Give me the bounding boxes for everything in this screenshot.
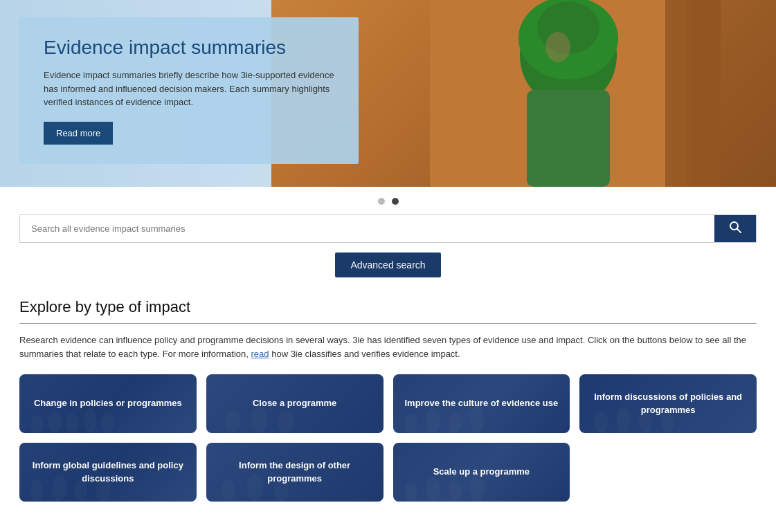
carousel-dot-1[interactable] [378, 198, 385, 205]
search-bar [19, 214, 757, 243]
impact-card-empty [579, 443, 757, 502]
impact-grid-row1: Change in policies or programmes Close a… [19, 374, 757, 433]
impact-card-scale[interactable]: Scale up a programme [393, 443, 570, 502]
advanced-search-wrapper: Advanced search [19, 253, 757, 277]
svg-rect-9 [527, 90, 610, 187]
carousel-dots [0, 187, 776, 214]
svg-point-10 [545, 32, 570, 62]
explore-section: Explore by type of impact Research evide… [0, 298, 776, 515]
read-more-button[interactable]: Read more [44, 122, 113, 145]
svg-line-12 [737, 229, 741, 233]
card-label-close: Close a programme [246, 392, 343, 415]
svg-rect-4 [665, 0, 721, 187]
impact-card-inform-global[interactable]: Inform global guidelines and policy disc… [19, 443, 197, 502]
advanced-search-button[interactable]: Advanced search [335, 253, 440, 277]
impact-card-change[interactable]: Change in policies or programmes [19, 374, 197, 433]
impact-card-inform-discussions[interactable]: Inform discussions of policies and progr… [579, 374, 757, 433]
search-button[interactable] [714, 215, 756, 242]
impact-grid-row2: Inform global guidelines and policy disc… [19, 443, 757, 502]
search-icon [728, 220, 742, 237]
impact-card-inform-design[interactable]: Inform the design of other programmes [206, 443, 384, 502]
card-label-scale: Scale up a programme [426, 460, 536, 484]
impact-card-close[interactable]: Close a programme [206, 374, 384, 433]
read-link[interactable]: read [251, 349, 269, 359]
card-label-inform-design: Inform the design of other programmes [206, 454, 384, 490]
card-label-improve: Improve the culture of evidence use [397, 392, 565, 415]
card-label-change: Change in policies or programmes [27, 392, 189, 415]
explore-title: Explore by type of impact [19, 298, 757, 316]
search-section: Advanced search [0, 214, 776, 298]
search-input[interactable] [20, 215, 714, 242]
card-label-inform-global: Inform global guidelines and policy disc… [19, 454, 197, 490]
hero-section: Evidence impact summaries Evidence impac… [0, 0, 776, 187]
card-label-inform-discussions: Inform discussions of policies and progr… [579, 385, 757, 421]
hero-illustration [430, 0, 721, 187]
explore-divider [19, 323, 757, 324]
hero-image [430, 0, 721, 187]
hero-description: Evidence impact summaries briefly descri… [44, 68, 338, 109]
impact-card-improve[interactable]: Improve the culture of evidence use [393, 374, 570, 433]
carousel-dot-2[interactable] [392, 198, 399, 205]
explore-description: Research evidence can influence policy a… [19, 333, 757, 360]
hero-title: Evidence impact summaries [44, 37, 338, 59]
hero-text-box: Evidence impact summaries Evidence impac… [19, 17, 359, 164]
